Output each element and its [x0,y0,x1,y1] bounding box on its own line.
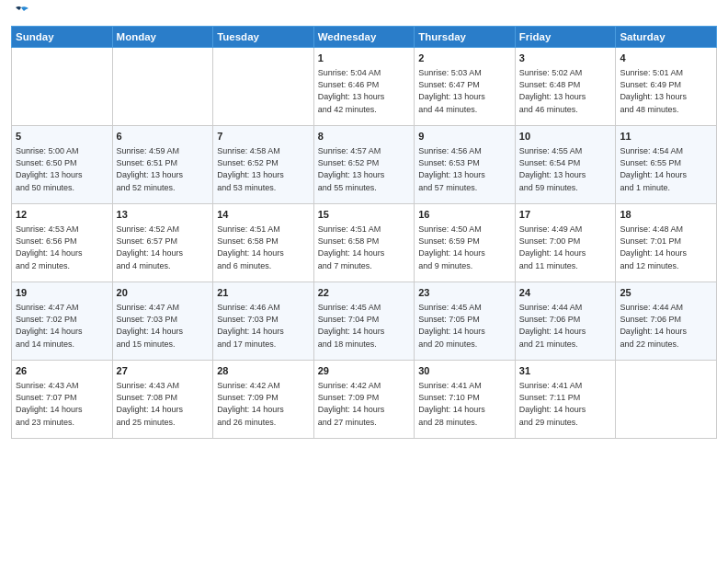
cell-info: Sunrise: 4:41 AM Sunset: 7:11 PM Dayligh… [519,380,612,428]
day-number: 7 [217,130,310,144]
cell-info: Sunrise: 4:58 AM Sunset: 6:52 PM Dayligh… [217,145,310,193]
cell-info: Sunrise: 4:42 AM Sunset: 7:09 PM Dayligh… [217,380,310,428]
calendar-cell: 27Sunrise: 4:43 AM Sunset: 7:08 PM Dayli… [112,361,213,439]
day-number: 5 [16,130,108,144]
cell-info: Sunrise: 4:43 AM Sunset: 7:08 PM Dayligh… [117,380,210,428]
day-number: 4 [620,52,712,65]
cell-info: Sunrise: 5:02 AM Sunset: 6:48 PM Dayligh… [519,67,612,115]
day-number: 19 [16,286,108,300]
calendar-cell: 9Sunrise: 4:56 AM Sunset: 6:53 PM Daylig… [415,126,516,204]
calendar-cell: 4Sunrise: 5:01 AM Sunset: 6:49 PM Daylig… [616,48,717,126]
day-number: 1 [318,52,411,65]
day-number: 22 [318,286,411,300]
col-header-sunday: Sunday [12,27,113,48]
day-number: 17 [519,208,612,222]
week-row: 1Sunrise: 5:04 AM Sunset: 6:46 PM Daylig… [12,48,717,126]
calendar-cell: 18Sunrise: 4:48 AM Sunset: 7:01 PM Dayli… [616,204,717,282]
day-number: 27 [117,364,210,378]
day-number: 9 [418,130,511,144]
cell-info: Sunrise: 4:59 AM Sunset: 6:51 PM Dayligh… [117,145,210,193]
col-header-monday: Monday [112,27,213,48]
calendar-cell: 5Sunrise: 5:00 AM Sunset: 6:50 PM Daylig… [12,126,113,204]
cell-info: Sunrise: 4:57 AM Sunset: 6:52 PM Dayligh… [318,145,411,193]
cell-info: Sunrise: 4:45 AM Sunset: 7:04 PM Dayligh… [318,302,411,350]
cell-info: Sunrise: 5:00 AM Sunset: 6:50 PM Dayligh… [16,145,108,193]
cell-info: Sunrise: 5:01 AM Sunset: 6:49 PM Dayligh… [620,67,712,115]
calendar-cell: 16Sunrise: 4:50 AM Sunset: 6:59 PM Dayli… [415,204,516,282]
cell-info: Sunrise: 4:47 AM Sunset: 7:03 PM Dayligh… [117,302,210,350]
day-number: 3 [519,52,612,65]
cell-info: Sunrise: 4:53 AM Sunset: 6:56 PM Dayligh… [16,224,108,271]
day-number: 2 [418,52,511,65]
calendar-table: SundayMondayTuesdayWednesdayThursdayFrid… [11,26,717,439]
logo [11,9,29,18]
calendar-cell: 29Sunrise: 4:42 AM Sunset: 7:09 PM Dayli… [313,361,415,439]
day-number: 25 [620,286,712,300]
week-row: 5Sunrise: 5:00 AM Sunset: 6:50 PM Daylig… [12,126,717,204]
calendar-cell: 1Sunrise: 5:04 AM Sunset: 6:46 PM Daylig… [313,48,415,126]
day-number: 30 [418,364,511,378]
calendar-cell: 7Sunrise: 4:58 AM Sunset: 6:52 PM Daylig… [213,126,314,204]
day-number: 11 [620,130,712,144]
cell-info: Sunrise: 4:48 AM Sunset: 7:01 PM Dayligh… [620,224,712,271]
day-number: 24 [519,286,612,300]
calendar-header-row: SundayMondayTuesdayWednesdayThursdayFrid… [12,27,717,48]
calendar-cell: 17Sunrise: 4:49 AM Sunset: 7:00 PM Dayli… [515,204,616,282]
cell-info: Sunrise: 4:52 AM Sunset: 6:57 PM Dayligh… [117,224,210,271]
day-number: 10 [519,130,612,144]
cell-info: Sunrise: 4:45 AM Sunset: 7:05 PM Dayligh… [418,302,511,350]
day-number: 20 [117,286,210,300]
calendar-cell: 24Sunrise: 4:44 AM Sunset: 7:06 PM Dayli… [515,282,616,361]
day-number: 31 [519,364,612,378]
cell-info: Sunrise: 4:43 AM Sunset: 7:07 PM Dayligh… [16,380,108,428]
calendar-cell: 12Sunrise: 4:53 AM Sunset: 6:56 PM Dayli… [12,204,113,282]
calendar-cell: 10Sunrise: 4:55 AM Sunset: 6:54 PM Dayli… [515,126,616,204]
cell-info: Sunrise: 4:47 AM Sunset: 7:02 PM Dayligh… [16,302,108,350]
day-number: 18 [620,208,712,222]
day-number: 29 [318,364,411,378]
day-number: 26 [16,364,108,378]
cell-info: Sunrise: 4:44 AM Sunset: 7:06 PM Dayligh… [620,302,712,350]
col-header-wednesday: Wednesday [313,27,415,48]
cell-info: Sunrise: 4:46 AM Sunset: 7:03 PM Dayligh… [217,302,310,350]
week-row: 12Sunrise: 4:53 AM Sunset: 6:56 PM Dayli… [12,204,717,282]
day-number: 15 [318,208,411,222]
cell-info: Sunrise: 4:49 AM Sunset: 7:00 PM Dayligh… [519,224,612,271]
calendar-cell: 20Sunrise: 4:47 AM Sunset: 7:03 PM Dayli… [112,282,213,361]
cell-info: Sunrise: 4:41 AM Sunset: 7:10 PM Dayligh… [418,380,511,428]
calendar-cell: 19Sunrise: 4:47 AM Sunset: 7:02 PM Dayli… [12,282,113,361]
page-header [11,9,717,18]
calendar-cell: 14Sunrise: 4:51 AM Sunset: 6:58 PM Dayli… [213,204,314,282]
calendar-cell: 28Sunrise: 4:42 AM Sunset: 7:09 PM Dayli… [213,361,314,439]
calendar-cell: 15Sunrise: 4:51 AM Sunset: 6:58 PM Dayli… [313,204,415,282]
day-number: 28 [217,364,310,378]
col-header-tuesday: Tuesday [213,27,314,48]
calendar-cell [12,48,113,126]
calendar-cell: 6Sunrise: 4:59 AM Sunset: 6:51 PM Daylig… [112,126,213,204]
day-number: 23 [418,286,511,300]
cell-info: Sunrise: 4:51 AM Sunset: 6:58 PM Dayligh… [217,224,310,271]
calendar-cell: 22Sunrise: 4:45 AM Sunset: 7:04 PM Dayli… [313,282,415,361]
calendar-cell: 11Sunrise: 4:54 AM Sunset: 6:55 PM Dayli… [616,126,717,204]
week-row: 26Sunrise: 4:43 AM Sunset: 7:07 PM Dayli… [12,361,717,439]
col-header-saturday: Saturday [616,27,717,48]
calendar-cell [616,361,717,439]
week-row: 19Sunrise: 4:47 AM Sunset: 7:02 PM Dayli… [12,282,717,361]
calendar-cell: 23Sunrise: 4:45 AM Sunset: 7:05 PM Dayli… [415,282,516,361]
calendar-cell [213,48,314,126]
calendar-cell: 8Sunrise: 4:57 AM Sunset: 6:52 PM Daylig… [313,126,415,204]
calendar-cell: 25Sunrise: 4:44 AM Sunset: 7:06 PM Dayli… [616,282,717,361]
page-container: SundayMondayTuesdayWednesdayThursdayFrid… [0,0,728,446]
calendar-cell: 2Sunrise: 5:03 AM Sunset: 6:47 PM Daylig… [415,48,516,126]
cell-info: Sunrise: 5:03 AM Sunset: 6:47 PM Dayligh… [418,67,511,115]
cell-info: Sunrise: 4:56 AM Sunset: 6:53 PM Dayligh… [418,145,511,193]
cell-info: Sunrise: 4:44 AM Sunset: 7:06 PM Dayligh… [519,302,612,350]
calendar-cell: 31Sunrise: 4:41 AM Sunset: 7:11 PM Dayli… [515,361,616,439]
logo-bird-icon [13,6,29,20]
calendar-cell: 13Sunrise: 4:52 AM Sunset: 6:57 PM Dayli… [112,204,213,282]
calendar-cell: 21Sunrise: 4:46 AM Sunset: 7:03 PM Dayli… [213,282,314,361]
day-number: 8 [318,130,411,144]
cell-info: Sunrise: 4:51 AM Sunset: 6:58 PM Dayligh… [318,224,411,271]
day-number: 14 [217,208,310,222]
col-header-thursday: Thursday [415,27,516,48]
